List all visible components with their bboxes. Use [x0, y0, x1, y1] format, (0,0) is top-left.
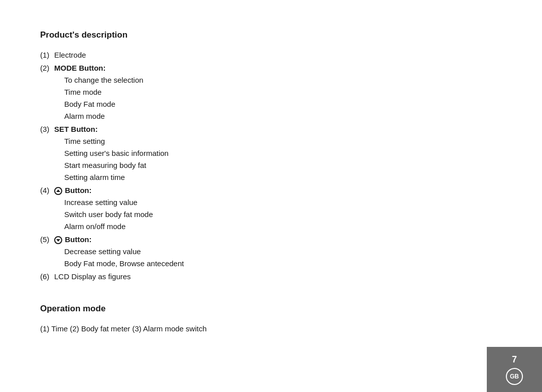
item-label-4: Button:: [54, 184, 153, 197]
down-sub-1: Decrease setting value: [54, 246, 184, 258]
item-label-5: Button:: [54, 234, 184, 246]
up-sub-3: Alarm on/off mode: [54, 221, 153, 233]
item-content-6: LCD Display as figures: [54, 271, 131, 283]
set-sub-1: Time setting: [54, 135, 169, 147]
item-number-6: (6): [40, 271, 54, 283]
up-button-label: Button:: [65, 186, 91, 194]
list-item-5: (5) Button: Decrease setting value Body …: [40, 234, 502, 270]
item-label-2: MODE Button:: [54, 62, 144, 74]
item-content-3: SET Button: Time setting Setting user's …: [54, 123, 169, 183]
gb-label: GB: [510, 373, 519, 380]
set-sub-3: Start measuring body fat: [54, 159, 169, 171]
section1-title: Product's description: [40, 30, 502, 40]
list-item-2: (2) MODE Button: To change the selection…: [40, 62, 502, 122]
section2-title: Operation mode: [40, 304, 502, 314]
up-sub-2: Switch user body fat mode: [54, 209, 153, 221]
products-description-section: Product's description (1) Electrode (2) …: [40, 30, 502, 284]
item-number-3: (3): [40, 123, 54, 183]
down-sub-2: Body Fat mode, Browse antecedent: [54, 258, 184, 270]
item-content-4: Button: Increase setting value Switch us…: [54, 184, 153, 233]
down-button-icon: [54, 236, 62, 244]
page-badge: 7 GB: [487, 347, 542, 392]
list-item-6: (6) LCD Display as figures: [40, 271, 502, 283]
operation-mode-section: Operation mode (1) Time (2) Body fat met…: [40, 304, 502, 335]
item-number-2: (2): [40, 62, 54, 122]
list-item-4: (4) Button: Increase setting value Switc…: [40, 184, 502, 233]
page-container: Product's description (1) Electrode (2) …: [0, 0, 542, 392]
item-content-1: Electrode: [54, 49, 86, 61]
item-label-6: LCD Display as figures: [54, 271, 131, 283]
mode-sub-1: To change the selection: [54, 74, 144, 86]
up-sub-1: Increase setting value: [54, 197, 153, 209]
item-content-5: Button: Decrease setting value Body Fat …: [54, 234, 184, 270]
item-number-5: (5): [40, 234, 54, 270]
item-content-2: MODE Button: To change the selection Tim…: [54, 62, 144, 122]
item-number-4: (4): [40, 184, 54, 233]
operation-description: (1) Time (2) Body fat meter (3) Alarm mo…: [40, 323, 502, 335]
set-sub-2: Setting user's basic information: [54, 147, 169, 159]
mode-sub-3: Body Fat mode: [54, 98, 144, 110]
down-button-label: Button:: [65, 235, 91, 244]
list-item-3: (3) SET Button: Time setting Setting use…: [40, 123, 502, 183]
gb-badge: GB: [506, 368, 523, 385]
page-number: 7: [512, 354, 517, 365]
list-item-1: (1) Electrode: [40, 49, 502, 61]
mode-sub-4: Alarm mode: [54, 110, 144, 122]
mode-sub-2: Time mode: [54, 86, 144, 98]
item-number-1: (1): [40, 49, 54, 61]
set-sub-4: Setting alarm time: [54, 171, 169, 183]
item-label-3: SET Button:: [54, 123, 169, 135]
item-label-1: Electrode: [54, 49, 86, 61]
up-button-icon: [54, 187, 62, 195]
